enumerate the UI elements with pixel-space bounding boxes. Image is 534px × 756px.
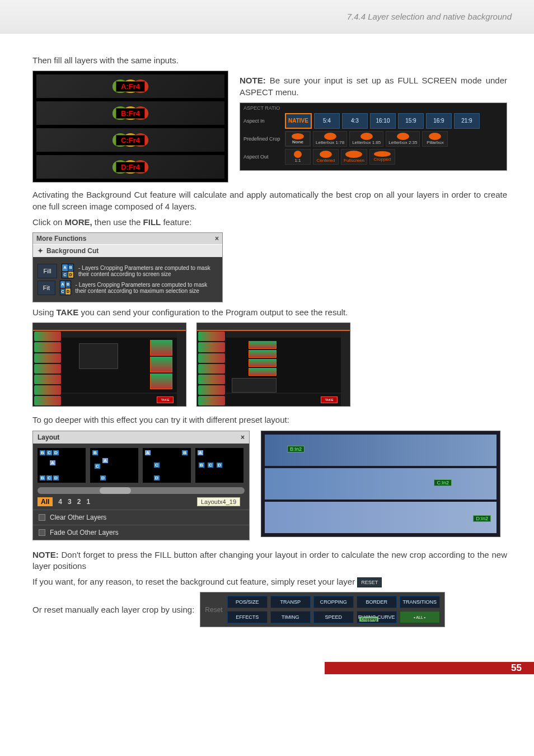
reset-manual: Or reset manually each layer crop by usi… (32, 592, 507, 627)
crop-235[interactable]: Letterbox 2:35 (386, 131, 420, 147)
fit-thumb: ABCD (60, 281, 71, 295)
note-fullscreen: NOTE: Be sure your input is set up as FU… (240, 75, 507, 98)
software-after: TAKE (196, 323, 350, 407)
reset-transitions[interactable]: TRANSITIONS (400, 596, 440, 608)
tab-2[interactable]: 2 (77, 498, 81, 506)
layout-presets: BCD A BCD B A C D AB C D A BCD (33, 444, 249, 487)
take-button-2[interactable]: TAKE (321, 396, 338, 403)
reset-cropping[interactable]: CROPPING (313, 596, 354, 608)
deeper-text: To go deeper with this effect you can tr… (32, 414, 507, 426)
preset-3[interactable]: AB C D (143, 448, 191, 483)
crop-178[interactable]: Letterbox 1:78 (313, 131, 347, 147)
layer-b: B:Fr4 (36, 101, 224, 125)
out-centered[interactable]: Centered (313, 149, 339, 165)
note-text: Be sure your input is set up as FULL SCR… (240, 76, 507, 96)
aspect-5-4[interactable]: 5:4 (314, 113, 340, 129)
click-more: Click on MORE, then use the FILL feature… (32, 217, 507, 228)
reset-possize[interactable]: POS/SIZE (227, 596, 268, 608)
mf-tab-bgcut[interactable]: ✦ Background Cut (33, 244, 222, 257)
aspect-21-9[interactable]: 21:9 (454, 113, 480, 129)
reset-line: If you want, for any reason, to reset th… (32, 576, 507, 587)
aspect-out-label: Aspect Out (243, 154, 283, 160)
aspect-in-row: Aspect In NATIVE 5:4 4:3 16:10 15:9 16:9… (243, 113, 503, 129)
layer-a-label: A:Fr4 (116, 81, 145, 92)
preset-2[interactable]: B A C D (90, 448, 138, 483)
tab-all[interactable]: All (38, 497, 53, 506)
fit-button[interactable]: Fit (38, 281, 55, 295)
layer-c-label: C:Fr4 (116, 135, 145, 146)
take-button[interactable]: TAKE (157, 396, 174, 403)
crop-185[interactable]: Letterbox 1:85 (349, 131, 383, 147)
out-cropped[interactable]: Cropped (369, 149, 395, 165)
aspect-native[interactable]: NATIVE (285, 113, 312, 129)
checkbox-icon[interactable] (39, 529, 45, 536)
expand-icon: ✦ (38, 247, 43, 255)
page-header: 7.4.4 Layer selection and native backgro… (0, 0, 534, 34)
reset-border[interactable]: BORDER (357, 596, 397, 608)
crop-pillar[interactable]: Pillarbox (422, 131, 448, 147)
intro-text: Then fill all layers with the same input… (32, 55, 507, 66)
note2: NOTE: Don't forget to press the FILL but… (32, 549, 507, 572)
tab-3[interactable]: 3 (68, 498, 72, 506)
fill-thumb: ABCD (62, 264, 74, 278)
layout-tooltip: Layoutx4_19 (197, 497, 240, 506)
out-1-1[interactable]: 1:1 (285, 149, 311, 165)
layer-b-label: B:Fr4 (116, 108, 145, 119)
layer-d: D:Fr4 (36, 155, 224, 179)
reset-effects[interactable]: EFFECTS (227, 611, 268, 623)
layout-title: Layout (38, 433, 59, 441)
mf-title: More Functions (36, 235, 86, 242)
page-footer: 55 (0, 662, 534, 674)
aspect-16-10[interactable]: 16:10 (370, 113, 396, 129)
crop-row: Predefined Crop None Letterbox 1:78 Lett… (243, 131, 503, 147)
software-before: TAKE (32, 323, 186, 407)
aspect-in-label: Aspect In (243, 118, 283, 124)
note-label: NOTE: (240, 76, 266, 85)
layer-d-label: D:Fr4 (116, 162, 145, 172)
crop-label: Predefined Crop (243, 136, 283, 142)
aspect-15-9[interactable]: 15:9 (398, 113, 424, 129)
aspect-16-9[interactable]: 16:9 (426, 113, 452, 129)
layers-figure: A:Fr4 B:Fr4 C:Fr4 D:Fr4 (32, 71, 228, 183)
fill-button[interactable]: Fill (38, 264, 57, 278)
reset-panel: Reset POS/SIZE TRANSP CROPPING BORDER TR… (200, 592, 444, 627)
para-bgcut: Activating the Background Cut feature wi… (32, 189, 507, 212)
tag-c: C:In2 (434, 479, 452, 486)
opt-fade[interactable]: Fade Out Other Layers (33, 525, 249, 540)
tag-b: B:In2 (287, 446, 305, 452)
aspect-out-row: Aspect Out 1:1 Centered Fullscreen Cropp… (243, 149, 503, 165)
reset-speed[interactable]: SPEED (313, 611, 354, 623)
preset-1[interactable]: BCD A BCD (38, 448, 86, 483)
page-number: 55 (511, 662, 522, 674)
using-take: Using TAKE you can send your configurati… (32, 307, 507, 318)
fit-desc: - Layers Cropping Parameters are compute… (76, 282, 218, 295)
more-functions-dialog: More Functions × ✦ Background Cut Fill A… (32, 232, 223, 302)
reset-all[interactable]: • ALL • (400, 611, 440, 623)
layout-dialog: Layout × BCD A BCD B A C D AB C D (32, 431, 250, 540)
preset-scrollbar[interactable] (38, 487, 245, 494)
reset-panel-label: Reset (205, 605, 222, 614)
reset-flying[interactable]: FLYING CURVECropping (357, 611, 397, 623)
preset-4[interactable]: A BCD (195, 448, 243, 483)
aspect-panel: ASPECT RATIO Aspect In NATIVE 5:4 4:3 16… (240, 102, 507, 171)
preview-cut-figure: B:In2 C:In2 D:In2 (261, 431, 500, 537)
layer-a: A:Fr4 (36, 74, 224, 98)
crop-none[interactable]: None (285, 131, 311, 147)
reset-transp[interactable]: TRANSP (270, 596, 311, 608)
close-icon[interactable]: × (215, 235, 219, 242)
close-icon[interactable]: × (241, 433, 245, 441)
fill-desc: - Layers Cropping Parameters are compute… (78, 265, 218, 278)
layer-c: C:Fr4 (36, 128, 224, 152)
reset-timing[interactable]: TIMING (270, 611, 311, 623)
checkbox-icon[interactable] (39, 514, 45, 521)
tab-1[interactable]: 1 (86, 498, 90, 506)
reset-mini-button[interactable]: RESET (357, 577, 382, 587)
section-title: 7.4.4 Layer selection and native backgro… (347, 12, 512, 21)
out-fullscreen[interactable]: Fullscreen (341, 149, 367, 165)
opt-clear[interactable]: Clear Other Layers (33, 510, 249, 525)
tab-4[interactable]: 4 (58, 498, 62, 506)
tag-d: D:In2 (473, 515, 491, 522)
aspect-4-3[interactable]: 4:3 (342, 113, 368, 129)
aspect-header: ASPECT RATIO (243, 105, 503, 111)
